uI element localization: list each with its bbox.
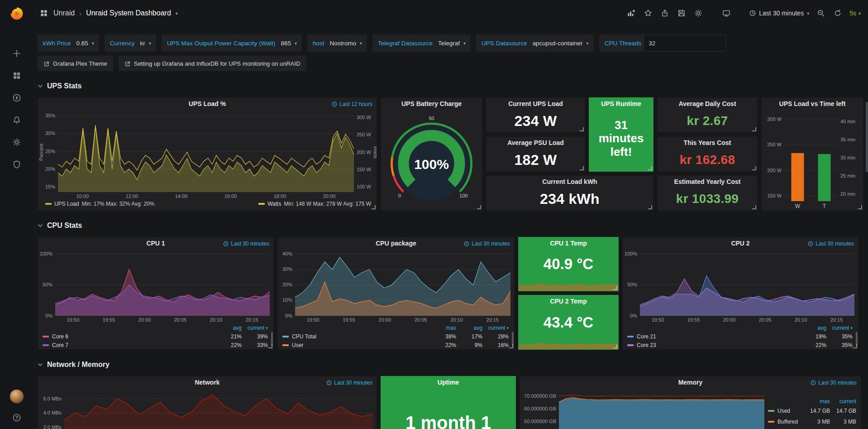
panel-title[interactable]: UPS Load % [38,98,377,110]
legend-header-max[interactable]: max [804,398,830,405]
panel-title[interactable]: Current Load kWh [486,176,653,188]
save-icon[interactable] [677,8,687,18]
panel-title[interactable]: Uptime [381,376,515,388]
title-caret-icon[interactable]: ▾ [176,11,178,16]
panel-estimated-yearly-cost: Estimated Yearly Cost kr 1033.99 [657,175,758,211]
cpu-threads-input[interactable]: 32 [644,34,726,52]
dashboard-grid-icon[interactable] [39,8,49,18]
legend-row[interactable]: User 22% 9% 16% [282,341,509,349]
legend-row[interactable]: Core 23 22% 35% [627,341,853,349]
server-admin-shield-icon[interactable] [12,159,22,169]
variable-value-dropdown[interactable]: 0.65▾ [73,40,99,47]
legend-row[interactable]: Core 7 22% 33% [43,341,268,349]
user-avatar[interactable] [10,389,24,404]
refresh-interval-picker[interactable]: 5s ▾ [849,10,861,17]
panel-title[interactable]: Average PSU Load [486,137,585,149]
explore-compass-icon[interactable] [12,93,22,103]
variable-value-dropdown[interactable]: 865▾ [277,40,302,47]
panel-time-label: Last 30 minutes [231,241,269,247]
main-area: Unraid › Unraid System Dashboard ▾ [33,0,868,429]
variable-value-dropdown[interactable]: Telegraf▾ [435,40,471,47]
breadcrumb-folder[interactable]: Unraid [53,9,75,17]
panel-title[interactable]: UPS Battery Charge [381,98,482,110]
svg-text:20:05: 20:05 [174,317,187,323]
dashboards-icon[interactable] [12,71,22,81]
svg-text:20:15: 20:15 [246,317,258,323]
dashboard-title[interactable]: Unraid System Dashboard [86,9,171,17]
panel-title[interactable]: Network [38,376,377,388]
legend-row[interactable]: CPU Total 38% 17% 28% [282,332,509,341]
share-icon[interactable] [660,8,670,18]
legend-header-current[interactable]: current▾ [482,325,509,331]
variable-value-dropdown[interactable]: kr▾ [137,40,156,47]
svg-text:50: 50 [429,116,434,121]
svg-text:0%: 0% [285,313,292,318]
panel-title[interactable]: Current UPS Load [486,98,585,110]
settings-gear-icon[interactable] [693,8,703,18]
section-cpu-stats[interactable]: CPU Stats [38,217,866,234]
variable-host: host Nostromo▾ [307,34,367,52]
variable-value-dropdown[interactable]: Nostromo▾ [327,40,367,47]
series-max: 3 MB [804,419,830,425]
help-icon[interactable]: ? [12,413,22,423]
legend-header-current[interactable]: current [830,398,856,405]
svg-text:19:50: 19:50 [67,317,80,323]
series-max: 22% [430,342,456,348]
dashboard-scrollbar-thumb[interactable] [866,102,868,172]
panel-cpu2: CPU 2 Last 30 minutes 0%50%100%19:5019:5… [622,237,858,350]
legend-row[interactable]: Used 14.7 GB 14.7 GB [768,405,856,416]
panel-average-psu-load: Average PSU Load 182 W [486,136,585,172]
caret-down-icon: ▾ [587,41,589,46]
sort-caret-icon: ▾ [850,326,853,330]
alerting-bell-icon[interactable] [12,115,22,125]
configuration-gear-icon[interactable] [12,137,22,147]
section-network-memory[interactable]: Network / Memory [38,356,866,373]
legend-scrollbar[interactable] [512,332,514,346]
panel-title[interactable]: Memory [520,376,861,388]
panel-title[interactable]: UPS Runtime [589,98,653,110]
legend-row[interactable]: Core 6 21% 39% [43,332,268,341]
legend-header-avg[interactable]: avg [800,325,826,331]
star-icon[interactable] [643,8,653,18]
panel-title[interactable]: Average Daily Cost [658,98,757,110]
panel-title[interactable]: This Years Cost [658,137,757,149]
link-ups-monitoring-guide[interactable]: Setting up Grafana and InfluxDB for UPS … [119,56,306,71]
panel-title[interactable]: UPS Load vs Time left [762,98,863,110]
section-ups-stats[interactable]: UPS Stats [38,77,866,95]
ups-load-chart: 15%20%25%30%35%100 W150 W200 W250 W300 W… [38,110,377,199]
refresh-icon[interactable] [833,8,843,18]
legend-scrollbar[interactable] [856,332,858,346]
legend-header-current[interactable]: current▾ [826,325,853,331]
panel-title[interactable]: Estimated Yearly Cost [658,176,757,188]
sidebar-bottom: ? [10,389,24,423]
svg-text:19:55: 19:55 [343,317,355,323]
series-color-mark [768,421,774,423]
legend-header-avg[interactable]: avg [456,325,482,331]
legend-watts[interactable]: Watts Min: 148 W Max: 278 W Avg: 175 W [258,201,371,207]
link-grafana-plex-theme[interactable]: Grafana Plex Theme [38,56,113,71]
svg-text:30%: 30% [45,130,55,136]
sort-caret-icon: ▾ [506,326,509,330]
legend-scrollbar[interactable] [271,332,273,346]
caret-down-icon: ▾ [360,41,362,46]
battery-gauge: 050100100% [381,110,482,210]
cycle-view-monitor-icon[interactable] [721,8,731,18]
legend-header-current[interactable]: current▾ [242,325,268,331]
legend-row[interactable]: Buffered 3 MB 3 MB [768,416,856,427]
variable-value-dropdown[interactable]: apcupsd-container▾ [529,40,594,47]
variable-currency: Currency kr▾ [105,34,156,52]
legend-header-avg[interactable]: avg [215,325,242,331]
panel-title[interactable]: CPU 2 Temp [519,295,618,307]
legend-header-max[interactable]: max [430,325,456,331]
panel-title[interactable]: CPU 1 Temp [519,237,618,249]
legend-row[interactable]: Core 21 19% 35% [627,332,853,341]
add-panel-icon[interactable] [626,8,636,18]
zoom-out-icon[interactable] [816,8,826,18]
legend-ups-load[interactable]: UPS Load Min: 17% Max: 32% Avg: 20% [45,201,154,207]
time-range-picker[interactable]: Last 30 minutes ▾ [749,10,809,17]
panel-cpu1: CPU 1 Last 30 minutes 0%50%100%19:5019:5… [38,237,274,350]
ups-load-legend: UPS Load Min: 17% Max: 32% Avg: 20% Watt… [38,199,377,210]
create-icon[interactable] [12,48,22,58]
grafana-logo[interactable] [9,6,24,21]
panel-cpu1-temp: CPU 1 Temp 40.9 °C [518,237,619,291]
